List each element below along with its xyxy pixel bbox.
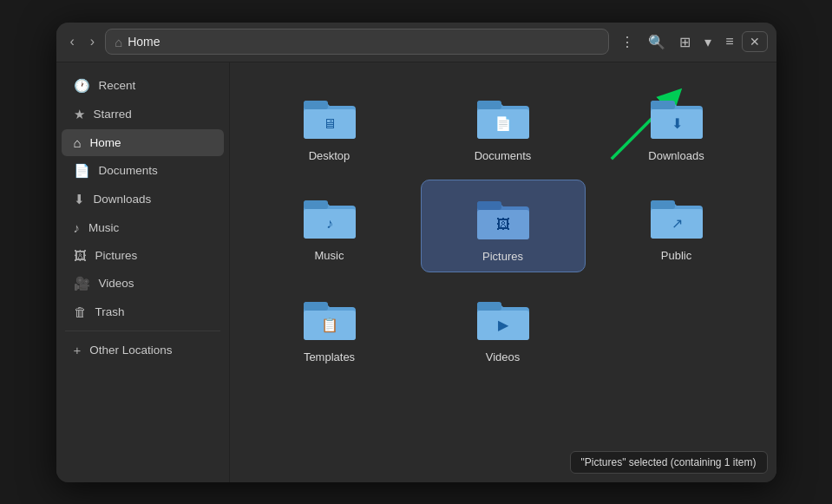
sidebar-label-recent: Recent xyxy=(99,79,136,92)
chevron-down-icon: ▾ xyxy=(704,35,711,49)
trash-icon: 🗑 xyxy=(74,304,87,319)
toolbar-actions: ⋮ 🔍 ⊞ ▾ ≡ ✕ xyxy=(614,29,767,55)
folder-icon-public: ↗ xyxy=(647,192,706,242)
file-name-templates: Templates xyxy=(304,350,355,363)
sidebar-item-recent[interactable]: 🕐 Recent xyxy=(62,72,224,100)
address-bar[interactable]: ⌂ Home xyxy=(105,29,609,55)
videos-icon: 🎥 xyxy=(74,276,90,291)
svg-rect-17 xyxy=(651,200,675,209)
back-icon: ‹ xyxy=(70,34,75,49)
close-button[interactable]: ✕ xyxy=(742,31,768,52)
file-manager-window: ‹ › ⌂ Home ⋮ 🔍 ⊞ ▾ ≡ ✕ xyxy=(56,23,776,482)
plus-icon: + xyxy=(74,343,82,357)
sidebar-item-starred[interactable]: ★ Starred xyxy=(62,101,224,128)
sidebar-item-downloads[interactable]: ⬇ Downloads xyxy=(62,186,224,213)
svg-rect-8 xyxy=(651,101,675,109)
recent-icon: 🕐 xyxy=(74,78,90,94)
sidebar-item-documents[interactable]: 📄 Documents xyxy=(62,157,224,185)
back-button[interactable]: ‹ xyxy=(65,30,80,53)
svg-rect-14 xyxy=(477,201,501,210)
file-item-videos[interactable]: ▶ Videos xyxy=(421,281,586,372)
list-view-button[interactable]: ≡ xyxy=(719,29,739,54)
view-dropdown-button[interactable]: ▾ xyxy=(698,29,717,55)
downloads-icon: ⬇ xyxy=(74,192,85,207)
content-area: 🖥 Desktop 📄 Document xyxy=(230,62,776,482)
svg-text:📋: 📋 xyxy=(321,317,338,333)
sidebar-label-pictures: Pictures xyxy=(95,249,138,262)
menu-button[interactable]: ⋮ xyxy=(614,29,640,55)
svg-text:♪: ♪ xyxy=(326,216,333,231)
list-icon: ≡ xyxy=(725,34,733,49)
folder-icon-documents: 📄 xyxy=(474,92,533,142)
folder-icon-desktop: 🖥 xyxy=(300,92,359,142)
file-name-pictures: Pictures xyxy=(482,250,523,263)
status-bar: "Pictures" selected (containing 1 item) xyxy=(570,451,768,474)
svg-rect-20 xyxy=(304,302,328,311)
file-item-public[interactable]: ↗ Public xyxy=(594,180,759,272)
sidebar-item-trash[interactable]: 🗑 Trash xyxy=(62,298,224,325)
folder-icon-pictures: 🖼 xyxy=(474,193,533,243)
sidebar-label-downloads: Downloads xyxy=(94,193,152,206)
music-icon: ♪ xyxy=(74,220,81,235)
view-toggle-button[interactable]: ⊞ xyxy=(673,29,697,55)
svg-text:↗: ↗ xyxy=(671,216,682,231)
documents-icon: 📄 xyxy=(74,163,90,179)
file-name-desktop: Desktop xyxy=(309,149,350,162)
folder-icon-music: ♪ xyxy=(300,192,359,242)
pictures-icon: 🖼 xyxy=(74,248,87,263)
titlebar: ‹ › ⌂ Home ⋮ 🔍 ⊞ ▾ ≡ ✕ xyxy=(56,23,776,62)
sidebar-label-home: Home xyxy=(90,136,121,149)
sidebar: 🕐 Recent ★ Starred ⌂ Home 📄 Documents ⬇ … xyxy=(56,62,230,482)
svg-rect-23 xyxy=(477,302,501,311)
sidebar-item-music[interactable]: ♪ Music xyxy=(62,214,224,241)
svg-text:📄: 📄 xyxy=(495,115,512,132)
svg-rect-11 xyxy=(304,200,328,209)
sidebar-item-home[interactable]: ⌂ Home xyxy=(62,129,224,156)
forward-button[interactable]: › xyxy=(85,30,100,53)
svg-text:▶: ▶ xyxy=(498,317,509,332)
file-item-desktop[interactable]: 🖥 Desktop xyxy=(247,80,412,171)
sidebar-label-trash: Trash xyxy=(95,305,125,318)
search-button[interactable]: 🔍 xyxy=(642,29,671,55)
folder-icon-templates: 📋 xyxy=(300,293,359,344)
sidebar-separator xyxy=(65,331,220,331)
sidebar-item-other-locations[interactable]: + Other Locations xyxy=(62,337,224,363)
sidebar-label-videos: Videos xyxy=(99,277,134,290)
home-address-icon: ⌂ xyxy=(115,35,122,49)
forward-icon: › xyxy=(90,34,95,49)
sidebar-label-other-locations: Other Locations xyxy=(89,344,172,357)
file-name-downloads: Downloads xyxy=(648,149,704,162)
svg-rect-2 xyxy=(304,101,328,109)
file-grid: 🖥 Desktop 📄 Document xyxy=(247,80,759,372)
menu-icon: ⋮ xyxy=(620,35,634,49)
file-name-documents: Documents xyxy=(475,149,532,162)
sidebar-item-videos[interactable]: 🎥 Videos xyxy=(62,270,224,298)
main-area: 🕐 Recent ★ Starred ⌂ Home 📄 Documents ⬇ … xyxy=(56,62,776,482)
svg-text:⬇: ⬇ xyxy=(671,116,682,131)
view-toggle-icon: ⊞ xyxy=(679,35,691,49)
svg-text:🖼: 🖼 xyxy=(496,217,510,232)
close-icon: ✕ xyxy=(750,35,760,49)
file-item-downloads[interactable]: ⬇ Downloads xyxy=(594,80,759,171)
svg-text:🖥: 🖥 xyxy=(323,116,337,131)
sidebar-label-music: Music xyxy=(88,221,119,234)
file-item-pictures[interactable]: 🖼 Pictures xyxy=(421,180,586,272)
address-text: Home xyxy=(128,35,160,49)
file-item-templates[interactable]: 📋 Templates xyxy=(247,281,412,372)
file-name-music: Music xyxy=(315,249,344,262)
file-item-documents[interactable]: 📄 Documents xyxy=(421,80,586,171)
file-name-public: Public xyxy=(661,249,691,262)
sidebar-item-pictures[interactable]: 🖼 Pictures xyxy=(62,242,224,269)
svg-rect-5 xyxy=(477,101,501,109)
star-icon: ★ xyxy=(74,107,85,122)
folder-icon-videos: ▶ xyxy=(474,293,533,344)
folder-icon-downloads: ⬇ xyxy=(647,92,706,142)
sidebar-label-starred: Starred xyxy=(94,108,132,121)
sidebar-label-documents: Documents xyxy=(99,164,158,177)
status-text: "Pictures" selected (containing 1 item) xyxy=(581,456,757,468)
file-item-music[interactable]: ♪ Music xyxy=(247,180,412,272)
search-icon: 🔍 xyxy=(648,35,665,49)
home-icon: ⌂ xyxy=(74,135,82,150)
file-name-videos: Videos xyxy=(486,350,521,363)
